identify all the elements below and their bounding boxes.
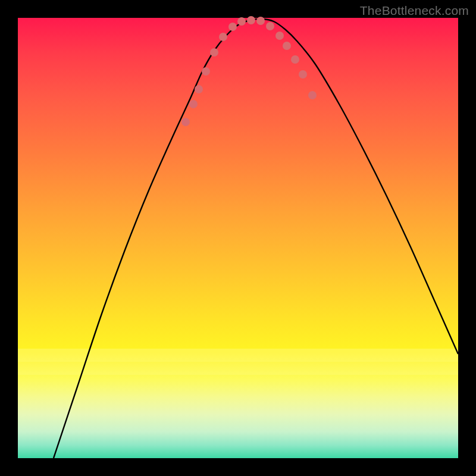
chart-plot-area xyxy=(18,18,458,458)
sample-point xyxy=(219,33,227,41)
bottleneck-curve xyxy=(54,19,458,458)
watermark-text: TheBottleneck.com xyxy=(360,4,469,18)
bottleneck-curve-path xyxy=(54,19,458,458)
sample-points xyxy=(181,16,317,126)
sample-point xyxy=(195,85,203,93)
sample-point xyxy=(291,55,299,64)
sample-point xyxy=(266,22,274,30)
sample-point xyxy=(308,91,317,99)
sample-point xyxy=(202,67,210,76)
sample-point xyxy=(189,100,198,108)
sample-point xyxy=(247,16,255,24)
sample-point xyxy=(299,70,307,79)
sample-point xyxy=(210,48,218,57)
sample-point xyxy=(283,42,291,50)
sample-point xyxy=(275,32,284,40)
chart-svg xyxy=(18,18,458,458)
sample-point xyxy=(181,118,190,126)
sample-point xyxy=(256,17,265,25)
sample-point xyxy=(237,17,246,26)
sample-point xyxy=(228,23,237,31)
